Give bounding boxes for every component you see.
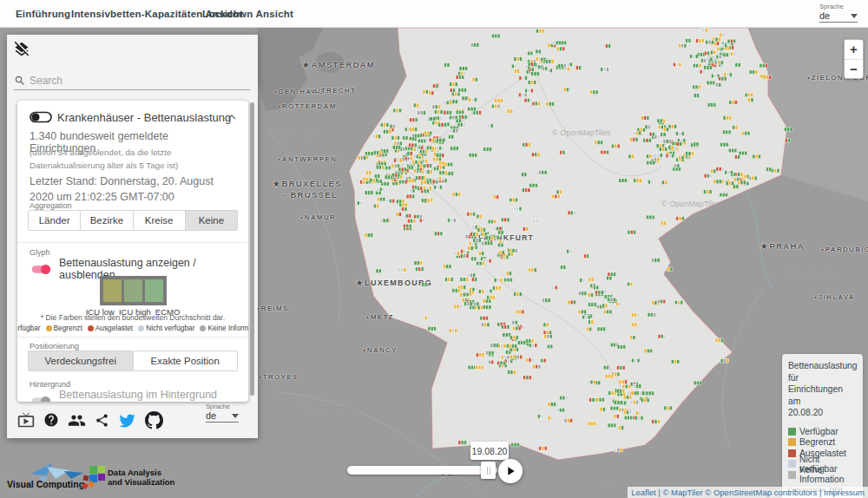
- facility-glyph[interactable]: [544, 334, 553, 338]
- facility-glyph[interactable]: [702, 28, 707, 32]
- facility-glyph[interactable]: [488, 220, 496, 224]
- facility-glyph[interactable]: [624, 416, 633, 420]
- facility-glyph[interactable]: [616, 390, 625, 394]
- facility-glyph[interactable]: [568, 211, 576, 215]
- top-language-select[interactable]: Sprache de: [819, 3, 858, 23]
- facility-glyph[interactable]: [697, 69, 706, 74]
- facility-glyph[interactable]: [529, 268, 537, 272]
- facility-glyph[interactable]: [392, 146, 401, 150]
- facility-glyph[interactable]: [419, 219, 424, 223]
- facility-glyph[interactable]: [561, 265, 566, 270]
- facility-glyph[interactable]: [528, 81, 536, 85]
- facility-glyph[interactable]: [394, 141, 403, 146]
- facility-glyph[interactable]: [694, 142, 699, 147]
- facility-glyph[interactable]: [589, 320, 594, 324]
- aggregation-option-keine[interactable]: Keine: [186, 210, 238, 231]
- facility-glyph[interactable]: [490, 344, 499, 348]
- facility-glyph[interactable]: [652, 420, 661, 424]
- facility-glyph[interactable]: [523, 227, 528, 232]
- facility-glyph[interactable]: [676, 142, 681, 147]
- facility-glyph[interactable]: [514, 69, 519, 74]
- facility-glyph[interactable]: [478, 290, 483, 294]
- facility-glyph[interactable]: [452, 289, 461, 293]
- facility-glyph[interactable]: [467, 212, 476, 216]
- facility-glyph[interactable]: [673, 62, 681, 67]
- facility-glyph[interactable]: [528, 62, 536, 67]
- facility-glyph[interactable]: [444, 162, 453, 167]
- facility-glyph[interactable]: [414, 214, 423, 219]
- facility-glyph[interactable]: [373, 151, 382, 155]
- facility-glyph[interactable]: [715, 338, 724, 343]
- facility-glyph[interactable]: [461, 249, 466, 253]
- facility-glyph[interactable]: [433, 157, 442, 161]
- facility-glyph[interactable]: [686, 152, 694, 156]
- facility-glyph[interactable]: [659, 147, 667, 152]
- facility-glyph[interactable]: [720, 33, 725, 37]
- facility-glyph[interactable]: [528, 51, 533, 56]
- facility-glyph[interactable]: [654, 157, 663, 161]
- facility-glyph[interactable]: [634, 179, 642, 183]
- facility-glyph[interactable]: [470, 233, 479, 237]
- facility-glyph[interactable]: [458, 441, 467, 445]
- aggregation-option-kreise[interactable]: Kreise: [134, 210, 186, 231]
- facility-glyph[interactable]: [533, 220, 538, 224]
- facility-glyph[interactable]: [595, 141, 603, 145]
- facility-glyph[interactable]: [666, 154, 674, 158]
- facility-glyph[interactable]: [556, 47, 565, 51]
- facility-glyph[interactable]: [622, 384, 631, 389]
- facility-glyph[interactable]: [437, 147, 445, 151]
- facility-glyph[interactable]: [374, 174, 379, 179]
- facility-glyph[interactable]: [428, 327, 437, 331]
- facility-glyph[interactable]: [749, 176, 758, 180]
- facility-glyph[interactable]: [561, 41, 566, 45]
- facility-glyph[interactable]: [483, 305, 491, 310]
- facility-glyph[interactable]: [437, 139, 445, 143]
- facility-glyph[interactable]: [472, 77, 477, 82]
- facility-glyph[interactable]: [376, 165, 385, 169]
- facility-glyph[interactable]: [519, 93, 528, 97]
- facility-glyph[interactable]: [674, 300, 683, 305]
- facility-glyph[interactable]: [542, 67, 547, 71]
- facility-glyph[interactable]: [471, 257, 477, 261]
- facility-glyph[interactable]: [618, 426, 623, 430]
- facility-glyph[interactable]: [716, 55, 721, 59]
- facility-glyph[interactable]: [373, 204, 378, 208]
- facility-glyph[interactable]: [501, 344, 510, 348]
- facility-glyph[interactable]: [450, 88, 455, 93]
- facility-glyph[interactable]: [480, 316, 489, 320]
- facility-glyph[interactable]: [429, 91, 434, 95]
- facility-glyph[interactable]: [548, 403, 556, 407]
- facility-glyph[interactable]: [380, 219, 389, 223]
- facility-glyph[interactable]: [600, 408, 605, 412]
- facility-glyph[interactable]: [414, 261, 423, 265]
- facility-glyph[interactable]: [512, 320, 517, 324]
- facility-glyph[interactable]: [424, 170, 433, 174]
- facility-glyph[interactable]: [696, 39, 705, 43]
- facility-glyph[interactable]: [457, 122, 466, 127]
- facility-glyph[interactable]: [693, 85, 701, 89]
- facility-glyph[interactable]: [462, 96, 467, 101]
- facility-glyph[interactable]: [501, 325, 510, 330]
- facility-glyph[interactable]: [439, 171, 448, 175]
- facility-glyph[interactable]: [547, 69, 552, 73]
- facility-glyph[interactable]: [734, 155, 740, 160]
- facility-glyph[interactable]: [601, 68, 609, 72]
- facility-glyph[interactable]: [474, 302, 479, 306]
- facility-glyph[interactable]: [608, 423, 616, 428]
- facility-glyph[interactable]: [693, 63, 701, 68]
- facility-glyph[interactable]: [724, 73, 733, 77]
- facility-glyph[interactable]: [575, 66, 581, 70]
- facility-glyph[interactable]: [690, 55, 699, 59]
- facility-glyph[interactable]: [556, 408, 565, 412]
- facility-glyph[interactable]: [476, 353, 484, 357]
- facility-glyph[interactable]: [668, 125, 677, 129]
- facility-glyph[interactable]: [377, 187, 385, 192]
- map-attribution[interactable]: Leaflet | © MapTiler © OpenStreetMap con…: [628, 487, 868, 498]
- facility-glyph[interactable]: [735, 63, 740, 68]
- facility-glyph[interactable]: [532, 364, 541, 369]
- facility-glyph[interactable]: [485, 236, 494, 240]
- facility-glyph[interactable]: [614, 415, 619, 419]
- facility-glyph[interactable]: [707, 81, 715, 85]
- facility-glyph[interactable]: [648, 180, 654, 184]
- facility-glyph[interactable]: [450, 82, 458, 87]
